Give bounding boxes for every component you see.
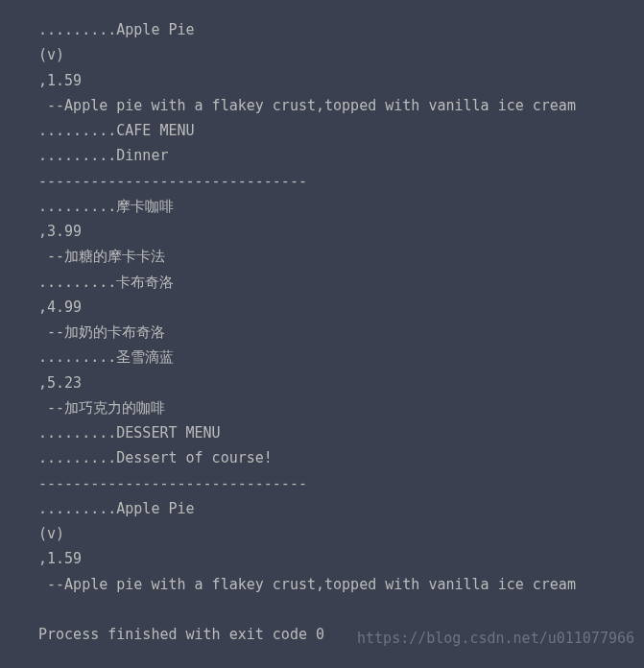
console-line	[38, 597, 644, 622]
console-line: ,3.99	[38, 219, 644, 244]
console-line: .........摩卡咖啡	[38, 194, 644, 219]
console-line: .........Apple Pie	[38, 17, 644, 42]
console-line: ,1.59	[38, 68, 644, 93]
console-line: ,4.99	[38, 295, 644, 320]
console-line: .........Dinner	[38, 143, 644, 168]
console-output-panel: .........Apple Pie(v),1.59 --Apple pie w…	[0, 0, 644, 668]
console-line: .........Apple Pie	[38, 496, 644, 521]
console-line: .........Dessert of course!	[38, 445, 644, 470]
console-line: .........CAFE MENU	[38, 118, 644, 143]
console-line: .........圣雪滴蓝	[38, 345, 644, 370]
console-line: --Apple pie with a flakey crust,topped w…	[38, 572, 644, 597]
console-line: ,5.23	[38, 370, 644, 395]
console-line: --Apple pie with a flakey crust,topped w…	[38, 93, 644, 118]
console-line: (v)	[38, 521, 644, 546]
console-line: (v)	[38, 42, 644, 67]
watermark-text: https://blog.csdn.net/u011077966	[357, 630, 634, 647]
console-line: -------------------------------	[38, 169, 644, 194]
console-output-lines: .........Apple Pie(v),1.59 --Apple pie w…	[38, 17, 644, 647]
console-line: -------------------------------	[38, 471, 644, 496]
console-line: --加奶的卡布奇洛	[38, 320, 644, 345]
console-line: --加巧克力的咖啡	[38, 395, 644, 420]
console-line: ,1.59	[38, 546, 644, 571]
console-line: .........DESSERT MENU	[38, 420, 644, 445]
console-line: .........卡布奇洛	[38, 270, 644, 295]
console-line: --加糖的摩卡卡法	[38, 244, 644, 269]
